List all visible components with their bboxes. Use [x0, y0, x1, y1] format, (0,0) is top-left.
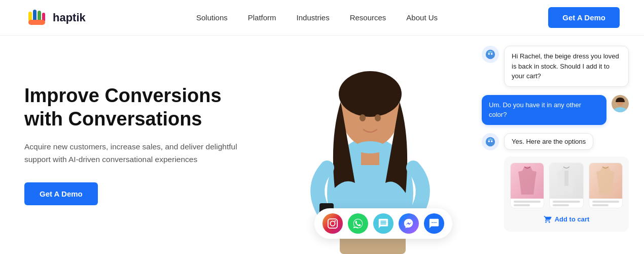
messenger-icons-bar	[314, 208, 452, 239]
product-row	[510, 163, 623, 208]
user-bubble-text-1: Um. Do you have it in any other color?	[482, 95, 606, 125]
svg-point-28	[491, 140, 493, 142]
user-avatar	[612, 95, 629, 112]
user-message-1: Um. Do you have it in any other color?	[482, 95, 629, 125]
hero-section: Improve Conversions with Conversations A…	[0, 36, 644, 254]
product-img-blush	[589, 163, 622, 199]
product-card-pink[interactable]	[510, 163, 544, 208]
product-img-white	[550, 163, 583, 199]
nav-solutions[interactable]: Solutions	[196, 13, 228, 22]
bot-message-1: Hi Rachel, the beige dress you loved is …	[482, 46, 629, 87]
svg-point-21	[491, 53, 493, 55]
logo[interactable]: haptik	[24, 6, 86, 30]
svg-point-14	[360, 114, 366, 121]
product-img-pink	[511, 163, 544, 199]
product-card-white[interactable]	[549, 163, 583, 208]
add-to-cart-button[interactable]: Add to cart	[510, 213, 623, 226]
svg-rect-16	[328, 219, 337, 228]
chat-area: Hi Rachel, the beige dress you loved is …	[482, 46, 629, 232]
hero-demo-button[interactable]: Get A Demo	[24, 182, 98, 205]
svg-rect-30	[490, 138, 491, 139]
main-nav: Solutions Platform Industries Resources …	[196, 13, 438, 22]
bot-message-2: Yes. Here are the options	[482, 133, 629, 150]
bot-bubble-text-2: Yes. Here are the options	[504, 133, 593, 150]
svg-point-27	[488, 140, 490, 142]
nav-resources[interactable]: Resources	[350, 13, 386, 22]
product-card-blush[interactable]	[589, 163, 623, 208]
instagram-icon[interactable]	[323, 213, 343, 234]
svg-point-15	[375, 114, 381, 121]
hero-left: Improve Conversions with Conversations A…	[0, 36, 284, 254]
logo-text: haptik	[53, 11, 86, 24]
hero-title: Improve Conversions with Conversations	[24, 84, 260, 131]
svg-rect-23	[490, 51, 491, 52]
svg-point-18	[335, 220, 336, 222]
svg-point-20	[488, 53, 490, 55]
nav-industries[interactable]: Industries	[297, 13, 330, 22]
bot-avatar-2	[482, 133, 499, 150]
sms-icon[interactable]	[373, 213, 393, 234]
nav-platform[interactable]: Platform	[248, 13, 276, 22]
svg-rect-31	[564, 171, 568, 186]
whatsapp-icon[interactable]	[348, 213, 368, 234]
nav-about-us[interactable]: About Us	[406, 13, 438, 22]
header: haptik Solutions Platform Industries Res…	[0, 0, 644, 36]
hero-right: Hi Rachel, the beige dress you loved is …	[284, 36, 644, 254]
bot-avatar-1	[482, 46, 499, 63]
svg-point-17	[330, 221, 335, 226]
bot-bubble-text-1: Hi Rachel, the beige dress you loved is …	[504, 46, 629, 87]
header-demo-button[interactable]: Get A Demo	[548, 7, 620, 28]
svg-rect-4	[28, 20, 45, 25]
messenger-icon[interactable]	[399, 213, 419, 234]
svg-point-11	[355, 141, 385, 153]
add-to-cart-label: Add to cart	[555, 215, 590, 223]
svg-point-7	[339, 71, 402, 117]
hero-subtitle: Acquire new customers, increase sales, a…	[24, 141, 258, 166]
live-chat-icon[interactable]	[424, 213, 444, 234]
logo-icon	[24, 6, 49, 30]
product-cards: Add to cart	[504, 156, 629, 232]
